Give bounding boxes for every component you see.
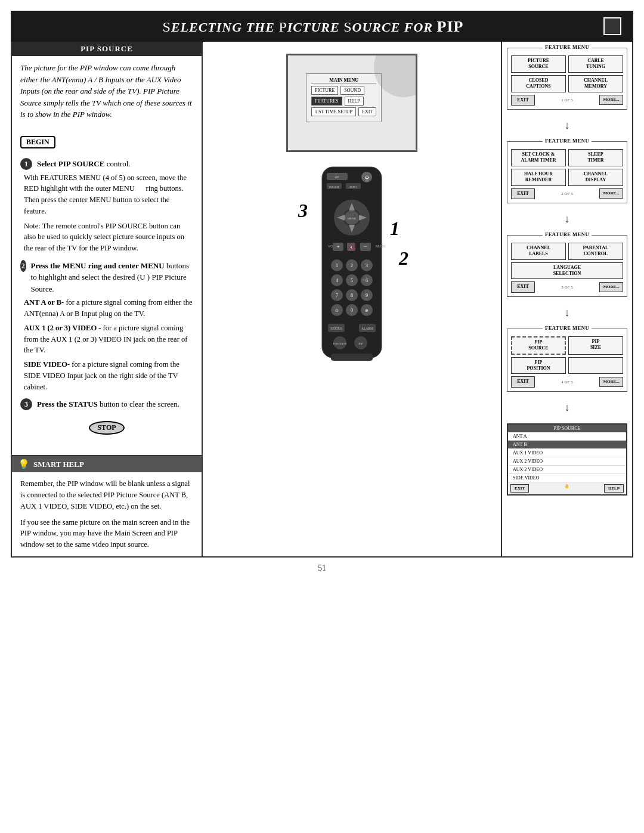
svg-text:−: − [364, 243, 367, 250]
pip-source-intro: The picture for the PIP window can come … [12, 56, 202, 131]
arrow-2: ↓ [507, 213, 627, 225]
svg-text:5: 5 [351, 278, 353, 283]
picture-source-btn[interactable]: PICTURESOURCE [511, 55, 566, 73]
left-panel: PIP SOURCE The picture for the PIP windo… [12, 42, 203, 556]
feature-menu-2: FEATURE MENU SET CLOCK &ALARM TIMER SLEE… [507, 141, 627, 203]
feature-menu-4-footer: EXIT 4 OF 5 MORE... [511, 376, 623, 387]
sleep-timer-btn[interactable]: SLEEPTIMER [568, 149, 623, 166]
tv-menu-title: MAIN MENU [311, 78, 376, 83]
arrow-4: ↓ [507, 401, 627, 414]
feature-menu-1-footer: EXIT 1 OF 5 MORE... [511, 95, 623, 106]
half-hour-reminder-btn[interactable]: HALF HOURREMINDER [511, 169, 566, 186]
begin-badge: BEGIN [20, 136, 55, 148]
step-3: 3 Press the STATUS button to clear the s… [20, 398, 193, 410]
smart-help-section: 💡 SMART HELP Remember, the PIP window wi… [12, 455, 202, 556]
tv-shape-decoration [368, 55, 416, 103]
step-1-detail: With FEATURES MENU (4 of 5) on screen, m… [24, 172, 193, 217]
pip-ant-b-item[interactable]: ANT B [508, 441, 626, 449]
pip-menu-icon: 🤚 [564, 484, 569, 493]
step-2-number: 2 [20, 260, 26, 272]
step-1-note: Note: The remote control's PIP SOURCE bu… [24, 221, 193, 254]
pip-aux1-item[interactable]: AUX 1 VIDEO [508, 449, 626, 457]
pip-source-btn[interactable]: PIPSOURCE [511, 336, 566, 355]
svg-text:INFO: INFO [349, 185, 357, 188]
svg-text:STATUS: STATUS [330, 327, 342, 330]
center-panel: MAIN MENU PICTURE SOUND FEATURES HELP 1 … [203, 42, 501, 556]
remote-control-svg: AV ⏻ TOUCH INFO [316, 164, 388, 367]
page-title: SELECTING THE PICTURE SOURCE FOR PIP [23, 17, 603, 36]
pip-help-btn[interactable]: HELP [604, 484, 624, 493]
svg-text:3: 3 [366, 263, 368, 268]
tv-picture-btn: PICTURE [311, 86, 338, 95]
svg-text:2: 2 [351, 263, 353, 268]
menu-4-more-btn[interactable]: MORE... [599, 377, 623, 387]
svg-text:TOUCH: TOUCH [329, 185, 339, 188]
menu-3-exit-btn[interactable]: EXIT [511, 281, 535, 292]
tv-1st-setup-btn: 1 ST TIME SETUP [311, 107, 356, 116]
feature-menu-4-title: FEATURE MENU [543, 325, 592, 331]
pip-ant-a-item[interactable]: ANT A [508, 432, 626, 441]
svg-text:⊕: ⊕ [365, 308, 369, 313]
smart-help-body: Remember, the PIP window will be blank u… [12, 472, 202, 556]
pip-source-header: PIP SOURCE [12, 42, 202, 56]
feature-menu-1-grid: PICTURESOURCE CABLETUNING CLOSEDCAPTIONS… [511, 55, 623, 92]
remote-section: 3 1 2 AV ⏻ TOUCH IN [316, 164, 388, 367]
menu-1-exit-btn[interactable]: EXIT [511, 95, 535, 106]
page-number: 51 [0, 558, 644, 579]
closed-captions-btn[interactable]: CLOSEDCAPTIONS [511, 75, 566, 92]
language-selection-btn[interactable]: LANGUAGESELECTION [511, 262, 623, 280]
svg-text:MUTE: MUTE [376, 244, 386, 248]
smart-help-header: 💡 SMART HELP [12, 456, 202, 472]
diagram-number-3: 3 [298, 200, 308, 222]
step-1: 1 Select PIP SOURCE control. With FEATUR… [20, 158, 193, 254]
svg-point-0 [374, 55, 416, 97]
feature-menu-4-grid: PIPSOURCE PIPSIZE PIPPOSITION [511, 336, 623, 374]
svg-text:ALARM: ALARM [361, 327, 373, 330]
pip-source-menu-footer: EXIT 🤚 HELP [508, 482, 626, 494]
pip-aux2a-item[interactable]: AUX 2 VIDEO [508, 457, 626, 466]
svg-text:POSITION: POSITION [333, 342, 347, 345]
svg-text:PIP: PIP [358, 342, 363, 345]
svg-text:1: 1 [336, 263, 338, 268]
stop-badge: STOP [89, 421, 124, 435]
svg-text:MENU: MENU [348, 217, 357, 220]
right-panel: FEATURE MENU PICTURESOURCE CABLETUNING C… [501, 42, 632, 556]
page-header: SELECTING THE PICTURE SOURCE FOR PIP [11, 11, 633, 42]
feature-menu-4: FEATURE MENU PIPSOURCE PIPSIZE PIPPOSITI… [507, 329, 627, 392]
smart-help-text2: If you see the same picture on the main … [20, 517, 193, 550]
menu-2-exit-btn[interactable]: EXIT [511, 188, 535, 199]
step-3-text: Press the STATUS button to clear the scr… [37, 398, 179, 410]
svg-text:8: 8 [351, 293, 353, 298]
svg-text:⊙: ⊙ [335, 308, 339, 313]
pip-side-video-item[interactable]: SIDE VIDEO [508, 474, 626, 482]
parental-control-btn[interactable]: PARENTALCONTROL [568, 243, 623, 260]
menu-1-more-btn[interactable]: MORE... [599, 95, 623, 105]
menu-2-page: 2 OF 5 [561, 191, 572, 196]
smart-help-title: SMART HELP [33, 460, 84, 469]
pip-aux2b-item[interactable]: AUX 2 VIDEO [508, 466, 626, 474]
channel-labels-btn[interactable]: CHANNELLABELS [511, 243, 566, 260]
pip-exit-btn[interactable]: EXIT [510, 484, 529, 493]
set-clock-alarm-btn[interactable]: SET CLOCK &ALARM TIMER [511, 149, 566, 166]
pip-source-final-menu: PIP SOURCE ANT A ANT B AUX 1 VIDEO AUX 2… [507, 423, 627, 496]
pip-position-btn[interactable]: PIPPOSITION [511, 357, 566, 374]
pip-empty-cell [568, 357, 623, 374]
pip-size-btn[interactable]: PIPSIZE [568, 336, 623, 355]
feature-menu-1: FEATURE MENU PICTURESOURCE CABLETUNING C… [507, 48, 627, 110]
step-2-detail: ANT A or B- for a picture signal coming … [24, 297, 193, 392]
lightbulb-icon: 💡 [18, 459, 30, 470]
menu-1-page: 1 OF 5 [561, 98, 572, 103]
menu-2-more-btn[interactable]: MORE... [599, 188, 623, 199]
arrow-3: ↓ [507, 306, 627, 319]
svg-text:7: 7 [336, 293, 338, 298]
step-3-number: 3 [20, 398, 32, 410]
pip-source-intro-text: The picture for the PIP window can come … [20, 62, 193, 120]
svg-text:⏻: ⏻ [365, 175, 369, 179]
menu-4-exit-btn[interactable]: EXIT [511, 376, 535, 387]
menu-3-more-btn[interactable]: MORE... [599, 282, 623, 292]
arrow-1: ↓ [507, 119, 627, 132]
tv-help-btn: HELP [345, 97, 364, 106]
cable-tuning-btn[interactable]: CABLETUNING [568, 55, 623, 73]
channel-display-btn[interactable]: CHANNELDISPLAY [568, 169, 623, 186]
channel-memory-btn[interactable]: CHANNELMEMORY [568, 75, 623, 92]
